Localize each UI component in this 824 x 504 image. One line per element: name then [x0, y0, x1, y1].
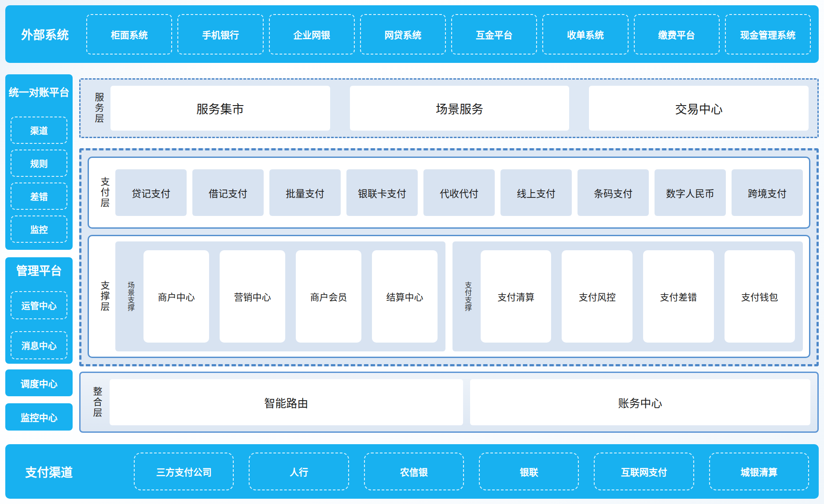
payment-channel-item: 城银清算 [709, 453, 809, 490]
payment-tile: 线上支付 [500, 169, 572, 216]
payment-tile: 数字人民币 [655, 169, 726, 216]
service-layer-section: 服务层 服务集市 场景服务 交易中心 [79, 78, 819, 138]
external-system-item: 收单系统 [542, 14, 628, 55]
external-system-item: 企业网银 [269, 14, 355, 55]
payment-support-tile: 支付风控 [562, 250, 633, 343]
payment-tile: 借记支付 [192, 169, 264, 216]
support-layer-box: 支撑层 场景支撑 商户中心 营销中心 商户会员 结算中心 支付支撑 [88, 235, 810, 358]
integration-layer-items: 智能路由 账务中心 [110, 379, 810, 425]
payment-support-tile: 支付钱包 [725, 250, 795, 343]
integration-layer-section: 整合层 智能路由 账务中心 [79, 372, 819, 433]
external-systems-items: 柜面系统 手机银行 企业网银 网贷系统 互金平台 收单系统 缴费平台 现金管理系… [86, 14, 811, 55]
service-tile: 交易中心 [589, 86, 809, 131]
payment-channel-item: 人行 [249, 453, 349, 490]
external-system-item: 现金管理系统 [725, 14, 811, 55]
external-system-item: 手机银行 [177, 14, 263, 55]
scene-support-tile: 商户会员 [296, 250, 361, 343]
payment-channel-item: 三方支付公司 [134, 453, 234, 490]
support-layer-groups: 场景支撑 商户中心 营销中心 商户会员 结算中心 支付支撑 支付清算 支付风控 [115, 241, 803, 351]
scene-support-label: 场景支撑 [123, 250, 137, 343]
payment-tile: 贷记支付 [115, 169, 187, 216]
scene-support-group: 场景支撑 商户中心 营销中心 商户会员 结算中心 [115, 241, 445, 351]
payment-tile: 代收代付 [423, 169, 495, 216]
service-layer-label: 服务层 [89, 86, 108, 131]
external-systems-title: 外部系统 [21, 26, 75, 43]
external-system-item: 互金平台 [451, 14, 537, 55]
management-platform-panel: 管理平台 运管中心 消息中心 [5, 257, 73, 364]
diagram-main-column: 服务层 服务集市 场景服务 交易中心 支付层 贷记支付 借记支付 批量支付 银联… [79, 78, 819, 433]
external-system-item: 缴费平台 [634, 14, 720, 55]
payment-layer-items: 贷记支付 借记支付 批量支付 银联卡支付 代收代付 线上支付 条码支付 数字人民… [115, 163, 803, 222]
payment-support-label: 支付支撑 [460, 250, 475, 343]
integration-layer-label: 整合层 [88, 379, 106, 425]
payment-layer-box: 支付层 贷记支付 借记支付 批量支付 银联卡支付 代收代付 线上支付 条码支付 … [88, 157, 810, 229]
scene-support-tile: 营销中心 [220, 250, 285, 343]
payment-channels-title: 支付渠道 [25, 463, 74, 480]
dispatch-center-box: 调度中心 [5, 369, 73, 396]
payment-architecture-diagram: 外部系统 柜面系统 手机银行 企业网银 网贷系统 互金平台 收单系统 缴费平台 … [0, 0, 824, 504]
reconciliation-item: 规则 [11, 150, 67, 177]
payment-support-section: 支付层 贷记支付 借记支付 批量支付 银联卡支付 代收代付 线上支付 条码支付 … [79, 148, 819, 366]
external-systems-bar: 外部系统 柜面系统 手机银行 企业网银 网贷系统 互金平台 收单系统 缴费平台 … [5, 5, 819, 63]
payment-tile: 批量支付 [269, 169, 341, 216]
reconciliation-item: 监控 [11, 215, 67, 243]
payment-channels-bar: 支付渠道 三方支付公司 人行 农信银 银联 互联网支付 城银清算 [5, 444, 819, 499]
monitor-center-box: 监控中心 [5, 403, 73, 431]
reconciliation-item: 差错 [11, 183, 67, 210]
payment-channel-item: 农信银 [364, 453, 464, 490]
management-item: 运管中心 [11, 291, 67, 319]
payment-tile: 跨境支付 [732, 169, 803, 216]
external-system-item: 网贷系统 [360, 14, 446, 55]
payment-support-tile: 支付差错 [643, 250, 714, 343]
payment-channel-item: 银联 [479, 453, 579, 490]
scene-support-tile: 结算中心 [372, 250, 438, 343]
scene-support-tile: 商户中心 [143, 250, 209, 343]
scene-support-items: 商户中心 营销中心 商户会员 结算中心 [143, 250, 438, 343]
payment-support-tile: 支付清算 [481, 250, 552, 343]
reconciliation-platform-title: 统一对账平台 [9, 84, 70, 99]
payment-channel-item: 互联网支付 [594, 453, 694, 490]
payment-channels-items: 三方支付公司 人行 农信银 银联 互联网支付 城银清算 [134, 453, 809, 490]
payment-layer-label: 支付层 [95, 163, 114, 222]
integration-tile: 账务中心 [470, 379, 810, 425]
payment-tile: 条码支付 [578, 169, 649, 216]
reconciliation-item: 渠道 [11, 117, 67, 144]
integration-tile: 智能路由 [110, 379, 463, 425]
support-layer-label: 支撑层 [95, 241, 114, 351]
payment-support-group: 支付支撑 支付清算 支付风控 支付差错 支付钱包 [452, 241, 803, 351]
service-tile: 服务集市 [110, 86, 330, 131]
payment-tile: 银联卡支付 [346, 169, 418, 216]
external-system-item: 柜面系统 [86, 14, 172, 55]
service-tile: 场景服务 [350, 86, 570, 131]
management-item: 消息中心 [11, 331, 67, 359]
management-platform-title: 管理平台 [16, 262, 62, 278]
service-layer-items: 服务集市 场景服务 交易中心 [110, 86, 809, 131]
reconciliation-platform-panel: 统一对账平台 渠道 规则 差错 监控 [5, 74, 73, 250]
payment-support-items: 支付清算 支付风控 支付差错 支付钱包 [481, 250, 795, 343]
